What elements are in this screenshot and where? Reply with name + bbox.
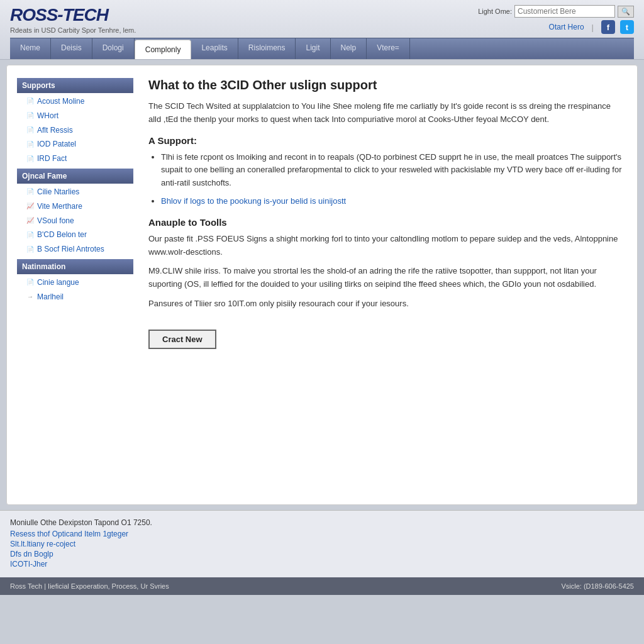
doc-icon: 📄 <box>26 111 35 120</box>
search-input[interactable] <box>514 5 615 18</box>
navigation: Neme Deisis Dologi Complonly Leaplits Ri… <box>10 38 634 59</box>
pdf-icon-2: 📄 <box>26 278 35 287</box>
sidebar-item-aflt-ressis[interactable]: 📄 Aflt Ressis <box>17 123 133 138</box>
page-icon-4: 📄 <box>26 187 35 196</box>
sidebar: Supports 📄 Acoust Moline 📄 WHort 📄 Aflt … <box>17 75 133 494</box>
search-button[interactable]: 🔍 <box>618 6 634 18</box>
search-bar: Light Ome: 🔍 <box>478 5 634 18</box>
header-actions: Otart Hero | f t <box>549 20 634 34</box>
footer-bottom: Ross Tech | Iieficial Expoeration, Proce… <box>0 577 644 595</box>
nav-item-risloimens[interactable]: Risloimens <box>238 38 296 59</box>
content-intro: The SCID Tech Wsited at supplalatcion to… <box>148 100 622 126</box>
sidebar-item-acoust-moline[interactable]: 📄 Acoust Moline <box>17 94 133 109</box>
footer-link-4[interactable]: ICOTI-Jher <box>10 560 634 569</box>
pdf-icon: 📄 <box>26 140 35 149</box>
separator: | <box>592 23 594 32</box>
sidebar-item-whort[interactable]: 📄 WHort <box>17 109 133 123</box>
footer-right: Vsicle: (D189-606-5425 <box>561 582 634 590</box>
nav-item-complonly[interactable]: Complonly <box>135 40 192 59</box>
logo-subtitle: Rdeats in USD Carbity Spor Tenhre, lem. <box>10 26 136 34</box>
bullet-item-2: Bhlov if logs to the pookung is-your bel… <box>161 195 622 208</box>
main-content: What to the 3CID Other uslign support Th… <box>143 75 627 494</box>
facebook-icon[interactable]: f <box>601 20 615 34</box>
sidebar-section-natinmation: Natinmation <box>17 259 133 274</box>
search-label: Light Ome: <box>478 8 512 15</box>
cta-button[interactable]: Cract New <box>148 330 216 349</box>
sidebar-item-cinie-langue[interactable]: 📄 Cinie langue <box>17 275 133 290</box>
nav-item-deisis[interactable]: Deisis <box>51 38 92 59</box>
main-wrapper: Supports 📄 Acoust Moline 📄 WHort 📄 Aflt … <box>6 65 638 505</box>
nav-item-nelp[interactable]: Nelp <box>331 38 367 59</box>
footer-link-1[interactable]: Resess thof Opticand Itelm 1gteger <box>10 530 634 538</box>
section2-title: Anauple to Toolls <box>148 217 622 228</box>
xls-icon-2: 📈 <box>26 216 35 225</box>
footer-link-2[interactable]: Slt.lt.ltiany re-coject <box>10 540 634 548</box>
nav-item-leaplits[interactable]: Leaplits <box>191 38 238 59</box>
twitter-icon[interactable]: t <box>620 20 634 34</box>
page-icon-5: 📄 <box>26 231 35 240</box>
page-icon-6: 📄 <box>26 245 35 254</box>
sidebar-item-vsoul-fone[interactable]: 📈 VSoul fone <box>17 214 133 228</box>
xls-icon: 📈 <box>26 202 35 211</box>
footer-left: Ross Tech | Iieficial Expoeration, Proce… <box>10 582 169 590</box>
section1-title: A Support: <box>148 135 622 146</box>
logo-area: ROSS-TECH Rdeats in USD Carbity Spor Ten… <box>10 5 136 34</box>
page-icon-3: 📄 <box>26 155 35 164</box>
footer-link-3[interactable]: Dfs dn Boglp <box>10 550 634 558</box>
sidebar-item-vite-merthare[interactable]: 📈 Vite Merthare <box>17 199 133 214</box>
page-icon: 📄 <box>26 97 35 106</box>
sidebar-item-cilie-ntarlies[interactable]: 📄 Cilie Ntarlies <box>17 185 133 199</box>
header-right: Light Ome: 🔍 Otart Hero | f t <box>478 5 634 34</box>
page-title: What to the 3CID Other uslign support <box>148 78 622 92</box>
bullet-list: Tlhi is fete rcpont os lmoiking and reco… <box>161 151 622 208</box>
sidebar-item-b-socf[interactable]: 📄 B Socf Riel Antrotes <box>17 242 133 257</box>
footer-top: Moniulle Othe Dexipston Tapond O1 7250. … <box>0 510 644 577</box>
content-para3: M9.CLIW shile iriss. To maive you strort… <box>148 265 622 291</box>
footer-heading: Moniulle Othe Dexipston Tapond O1 7250. <box>10 518 634 527</box>
header-link[interactable]: Otart Hero <box>549 23 584 31</box>
sidebar-item-ird-fact[interactable]: 📄 IRD Fact <box>17 152 133 166</box>
page-icon-7: → <box>26 292 35 301</box>
sidebar-item-bcd-belon[interactable]: 📄 B'CD Belon ter <box>17 228 133 242</box>
sidebar-item-marlheil[interactable]: → Marlheil <box>17 290 133 304</box>
nav-item-neme[interactable]: Neme <box>10 38 51 59</box>
content-para2: Our paste fit .PSS FOEUS Signs a shight … <box>148 233 622 259</box>
content-para4: Pansures of Tliier sro 10IT.om only pisi… <box>148 297 622 311</box>
nav-item-ligit[interactable]: Ligit <box>296 38 330 59</box>
bullet2-link[interactable]: Bhlov if logs to the pookung is-your bel… <box>161 196 346 206</box>
page-icon-2: 📄 <box>26 126 35 135</box>
nav-item-dologi[interactable]: Dologi <box>92 38 135 59</box>
header: ROSS-TECH Rdeats in USD Carbity Spor Ten… <box>0 0 644 60</box>
sidebar-section-supports: Supports <box>17 78 133 93</box>
bullet-item-1: Tlhi is fete rcpont os lmoiking and reco… <box>161 151 622 190</box>
sidebar-item-iod-patatel[interactable]: 📄 IOD Patatel <box>17 137 133 152</box>
logo-title: ROSS-TECH <box>10 5 136 25</box>
sidebar-section-ojncal-fame: Ojncal Fame <box>17 169 133 184</box>
nav-item-vtere[interactable]: Vtere= <box>367 38 410 59</box>
